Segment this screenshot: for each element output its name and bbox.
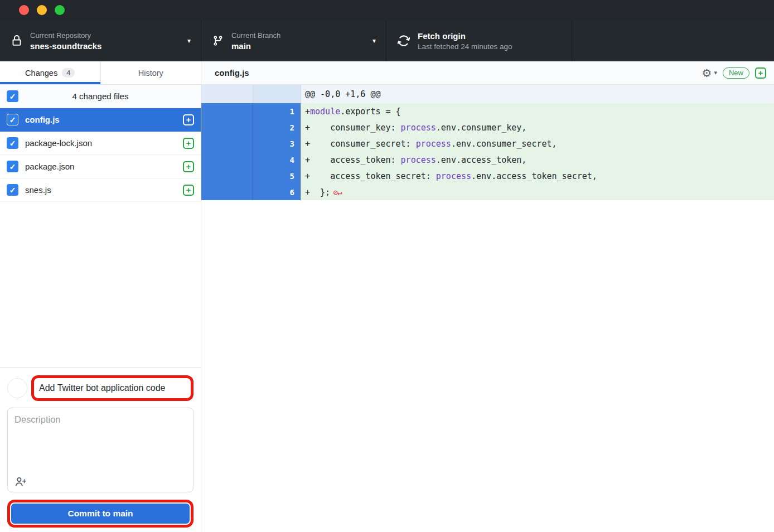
- check-icon: ✓: [9, 186, 16, 194]
- diff-hunk-header: @@ -0,0 +1,6 @@: [201, 85, 774, 103]
- minimize-button[interactable]: [37, 5, 47, 15]
- tab-history[interactable]: History: [101, 61, 201, 84]
- avatar: [7, 378, 27, 398]
- file-status-added-icon: +: [183, 138, 194, 149]
- diff-gutter-new: [253, 85, 301, 103]
- chevron-down-icon: ▾: [373, 37, 376, 45]
- fetch-title: Fetch origin: [418, 31, 562, 41]
- commit-button-branch: main: [113, 509, 133, 518]
- diff-code: + consumer_secret: process.env.consumer_…: [301, 136, 774, 152]
- commit-summary-row: [7, 375, 194, 401]
- diff-code: +module.exports = {: [301, 103, 774, 119]
- commit-button-label: Commit to: [67, 509, 113, 518]
- file-name: snes.js: [25, 185, 183, 195]
- fetch-subtitle: Last fetched 24 minutes ago: [418, 42, 562, 51]
- current-repository-selector[interactable]: Current Repository snes-soundtracks ▾: [0, 20, 201, 61]
- tab-history-label: History: [138, 69, 163, 78]
- commit-summary-input[interactable]: [34, 383, 191, 393]
- file-row-snes-js[interactable]: ✓ snes.js +: [0, 178, 201, 202]
- added-file-status-icon: +: [755, 67, 766, 79]
- fetch-origin-button[interactable]: Fetch origin Last fetched 24 minutes ago: [386, 20, 572, 61]
- diff-gutter-old[interactable]: [201, 152, 253, 168]
- file-row-config-js[interactable]: ✓ config.js +: [0, 108, 201, 132]
- titlebar: [0, 0, 774, 20]
- branch-name: main: [231, 41, 368, 51]
- diff-body: @@ -0,0 +1,6 @@ 1 +module.exports = { 2 …: [201, 85, 774, 532]
- sync-icon: [398, 35, 410, 47]
- check-icon: ✓: [9, 93, 16, 100]
- diff-gutter-new[interactable]: 5: [253, 168, 301, 184]
- current-branch-selector[interactable]: Current Branch main ▾: [201, 20, 386, 61]
- file-name: package.json: [25, 162, 183, 171]
- check-icon: ✓: [9, 139, 16, 147]
- diff-gutter-new[interactable]: 3: [253, 136, 301, 152]
- diff-line-6: 6 + };⊘↵: [201, 184, 774, 200]
- file-name: package-lock.json: [25, 138, 183, 148]
- diff-options-button[interactable]: ⚙ ▾: [702, 67, 717, 79]
- diff-line-3: 3 + consumer_secret: process.env.consume…: [201, 136, 774, 152]
- diff-line-5: 5 + access_token_secret: process.env.acc…: [201, 168, 774, 184]
- tab-changes-label: Changes: [25, 69, 57, 78]
- lock-icon: [11, 35, 22, 46]
- line-number: 1: [290, 107, 294, 116]
- commit-button-annotation-highlight: Commit to main: [7, 500, 194, 528]
- file-checkbox[interactable]: ✓: [7, 161, 18, 172]
- hunk-header-text: @@ -0,0 +1,6 @@: [301, 85, 774, 103]
- file-checkbox[interactable]: ✓: [7, 114, 18, 125]
- file-status-added-icon: +: [183, 185, 194, 196]
- line-number: 6: [290, 188, 294, 197]
- new-file-badge: New: [723, 67, 749, 79]
- file-status-added-icon: +: [183, 114, 194, 125]
- diff-gutter-new[interactable]: 2: [253, 119, 301, 136]
- diff-gutter-old: [201, 85, 253, 103]
- diff-line-1: 1 +module.exports = {: [201, 103, 774, 119]
- main-content: Changes 4 History ✓ 4 changed files ✓ co…: [0, 61, 774, 532]
- check-icon: ✓: [9, 116, 16, 124]
- diff-gutter-new[interactable]: 6: [253, 184, 301, 200]
- no-newline-icon: ⊘↵: [333, 188, 341, 197]
- changes-sidebar: Changes 4 History ✓ 4 changed files ✓ co…: [0, 61, 201, 532]
- diff-gutter-old[interactable]: [201, 168, 253, 184]
- diff-header: config.js ⚙ ▾ New +: [201, 61, 774, 85]
- file-checkbox[interactable]: ✓: [7, 137, 18, 149]
- diff-line-4: 4 + access_token: process.env.access_tok…: [201, 152, 774, 168]
- diff-file-title: config.js: [215, 68, 702, 78]
- file-row-package-json[interactable]: ✓ package.json +: [0, 155, 201, 178]
- file-name: config.js: [25, 115, 183, 124]
- diff-line-2: 2 + consumer_key: process.env.consumer_k…: [201, 119, 774, 136]
- file-checkbox[interactable]: ✓: [7, 184, 18, 196]
- line-number: 2: [290, 123, 294, 132]
- sidebar-spacer: [0, 202, 201, 367]
- diff-code: + access_token_secret: process.env.acces…: [301, 168, 774, 184]
- diff-gutter-old[interactable]: [201, 184, 253, 200]
- gear-icon: ⚙: [702, 67, 712, 79]
- line-number: 5: [290, 172, 294, 181]
- chevron-down-icon: ▾: [187, 37, 191, 45]
- chevron-down-icon: ▾: [714, 69, 717, 76]
- diff-gutter-new[interactable]: 4: [253, 152, 301, 168]
- diff-code: + consumer_key: process.env.consumer_key…: [301, 119, 774, 136]
- commit-to-main-button[interactable]: Commit to main: [11, 504, 190, 524]
- github-desktop-window: Current Repository snes-soundtracks ▾ Cu…: [0, 0, 774, 532]
- zoom-button[interactable]: [55, 5, 65, 15]
- commit-description-input[interactable]: [8, 408, 193, 492]
- file-row-package-lock-json[interactable]: ✓ package-lock.json +: [0, 132, 201, 155]
- select-all-checkbox[interactable]: ✓: [7, 90, 18, 102]
- branch-label: Current Branch: [231, 31, 368, 40]
- diff-gutter-old[interactable]: [201, 136, 253, 152]
- sidebar-tabs: Changes 4 History: [0, 61, 201, 85]
- select-all-row: ✓ 4 changed files: [0, 85, 201, 108]
- summary-annotation-highlight: [31, 375, 194, 401]
- commit-form: Commit to main: [0, 367, 201, 532]
- app-toolbar: Current Repository snes-soundtracks ▾ Cu…: [0, 20, 774, 61]
- diff-gutter-old[interactable]: [201, 119, 253, 136]
- diff-pane: config.js ⚙ ▾ New + @@ -0,0 +1,6 @@: [201, 61, 774, 532]
- diff-gutter-new[interactable]: 1: [253, 103, 301, 119]
- file-status-added-icon: +: [183, 161, 194, 172]
- tab-changes[interactable]: Changes 4: [0, 61, 101, 84]
- close-button[interactable]: [19, 5, 29, 15]
- repository-name: snes-soundtracks: [30, 41, 183, 51]
- diff-code: + };⊘↵: [301, 184, 774, 200]
- diff-gutter-old[interactable]: [201, 103, 253, 119]
- add-co-author-icon[interactable]: [14, 476, 27, 487]
